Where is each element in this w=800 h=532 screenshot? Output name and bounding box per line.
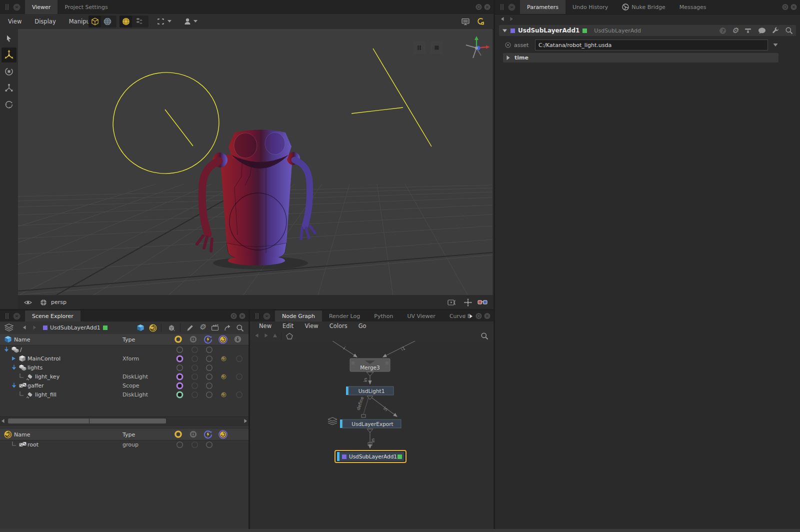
expander-icon[interactable] <box>18 390 25 399</box>
chevron-down-icon[interactable] <box>168 20 172 23</box>
expander-icon[interactable] <box>10 354 16 363</box>
graph-tab[interactable]: Render Log <box>322 310 367 322</box>
nav-up-icon[interactable] <box>272 332 278 338</box>
maximize-pane-icon[interactable] <box>230 313 237 320</box>
viewport-3d[interactable] <box>18 29 492 295</box>
location-name[interactable]: light_key <box>35 372 60 381</box>
params-tab[interactable]: Undo History <box>566 0 615 14</box>
download-toggle[interactable] <box>236 390 243 399</box>
robot-model[interactable] <box>197 130 315 270</box>
scene-tree-row[interactable]: root group <box>0 440 248 449</box>
scene-tree-row[interactable]: / <box>0 345 248 354</box>
camera-name[interactable]: persp <box>51 299 66 306</box>
maximize-pane-icon[interactable] <box>782 4 788 10</box>
graph-tab[interactable]: UV Viewer <box>400 310 442 322</box>
liverender-toggle[interactable] <box>206 363 213 372</box>
visibility-toggle[interactable] <box>176 390 184 399</box>
visibility-toggle[interactable] <box>176 363 184 372</box>
expander-icon[interactable] <box>10 381 18 390</box>
pane-drag-handle[interactable] <box>254 312 260 320</box>
close-pane-icon[interactable] <box>484 4 490 10</box>
liverender-column-icon[interactable] <box>204 335 212 344</box>
pause-button[interactable] <box>413 42 426 54</box>
location-name[interactable]: / <box>20 345 22 354</box>
close-pane-icon[interactable] <box>239 313 246 320</box>
scroll-left-icon[interactable] <box>0 418 6 424</box>
search-icon[interactable] <box>785 26 793 34</box>
menu-item[interactable]: View <box>302 322 320 330</box>
back-icon[interactable] <box>22 325 27 330</box>
maximize-pane-icon[interactable] <box>476 313 482 320</box>
render-flag-icon[interactable] <box>220 372 227 381</box>
visibility-column-icon[interactable] <box>174 430 182 438</box>
scene-tree-row[interactable]: gaffer Scope <box>0 381 248 390</box>
pane-drag-handle[interactable] <box>4 4 10 10</box>
back-icon[interactable] <box>500 16 505 22</box>
visibility-toggle[interactable] <box>176 381 184 390</box>
visibility-toggle[interactable] <box>176 345 184 354</box>
graph-tab[interactable]: Node Graph <box>275 310 322 322</box>
camera-icon[interactable] <box>40 299 47 306</box>
gear-icon[interactable]: ⚙ <box>732 27 738 34</box>
nav-back-icon[interactable] <box>254 332 260 338</box>
horizontal-scrollbar[interactable] <box>0 416 248 426</box>
shaded-mode-button[interactable] <box>88 16 101 28</box>
location-name[interactable]: lights <box>28 363 42 372</box>
visibility-toggle[interactable] <box>176 354 184 363</box>
search-icon[interactable] <box>480 332 488 340</box>
location-name[interactable]: MainControl <box>28 354 60 363</box>
pivot-tool-button[interactable] <box>2 97 16 112</box>
scene-tree-row[interactable]: MainControl Xform <box>0 354 248 363</box>
column-type[interactable]: Type <box>122 334 135 345</box>
axis-gizmo[interactable] <box>466 36 490 58</box>
camera-toggle[interactable] <box>191 363 198 372</box>
viewer-tab[interactable]: Project Settings <box>58 0 114 14</box>
menu-item[interactable]: View <box>6 18 24 25</box>
stereo-glasses-icon[interactable] <box>478 300 488 306</box>
download-toggle[interactable] <box>236 372 243 381</box>
scene-tree-row[interactable]: lights <box>0 363 248 372</box>
time-group-row[interactable]: time <box>503 53 778 62</box>
output-port[interactable] <box>366 372 374 376</box>
liverender-toggle[interactable] <box>206 345 213 354</box>
menu-item[interactable]: Colors <box>328 322 350 330</box>
maximize-pane-icon[interactable] <box>476 4 482 10</box>
renderer-column-icon[interactable] <box>218 430 228 439</box>
visibility-toggle[interactable] <box>176 372 184 381</box>
liverender-toggle[interactable] <box>206 354 213 363</box>
asset-dropdown-icon[interactable] <box>773 43 778 47</box>
refresh-icon[interactable] <box>224 324 232 332</box>
close-pane-icon[interactable] <box>484 313 490 320</box>
node-merge3[interactable]: Merge3 <box>350 358 390 376</box>
collapse-icon[interactable] <box>502 28 508 33</box>
geometry-icon[interactable] <box>136 324 145 332</box>
visibility-column-icon[interactable] <box>174 335 182 344</box>
node-usdlight1[interactable]: UsdLight1 <box>346 386 394 400</box>
pane-menu-icon[interactable] <box>13 4 20 11</box>
scene-tree-row[interactable]: light_key DiskLight <box>0 372 248 381</box>
pane-menu-icon[interactable] <box>13 312 20 320</box>
scrollbar-thumb[interactable] <box>8 418 166 424</box>
camera-toggle[interactable] <box>191 381 198 390</box>
liverender-column-icon[interactable] <box>204 430 212 439</box>
edit-icon[interactable] <box>186 324 194 332</box>
stop-button[interactable] <box>430 42 443 54</box>
menu-item[interactable]: Edit <box>280 322 296 330</box>
camera-toggle[interactable] <box>191 372 198 381</box>
view-node-icon[interactable] <box>286 332 293 340</box>
renderer-column-icon[interactable] <box>218 335 228 344</box>
location-name[interactable]: gaffer <box>28 381 44 390</box>
help-icon[interactable]: ? <box>719 27 726 34</box>
node-graph-canvas[interactable]: i i1 in define in in Merge3 UsdLight1 <box>250 341 494 529</box>
input-port[interactable] <box>362 414 366 418</box>
tab-scroll-right-icon[interactable] <box>468 313 474 320</box>
node-usdlayerexport[interactable]: UsdLayerExport <box>328 418 401 432</box>
wrench-icon[interactable] <box>772 26 780 34</box>
search-icon[interactable] <box>236 324 244 332</box>
render-flag-icon[interactable] <box>220 390 227 399</box>
expander-icon[interactable] <box>10 363 18 372</box>
scene-explorer-tab[interactable]: Scene Explorer <box>25 310 80 322</box>
close-pane-icon[interactable] <box>790 4 797 10</box>
bake-icon[interactable] <box>167 324 176 332</box>
comment-icon[interactable] <box>758 27 766 34</box>
